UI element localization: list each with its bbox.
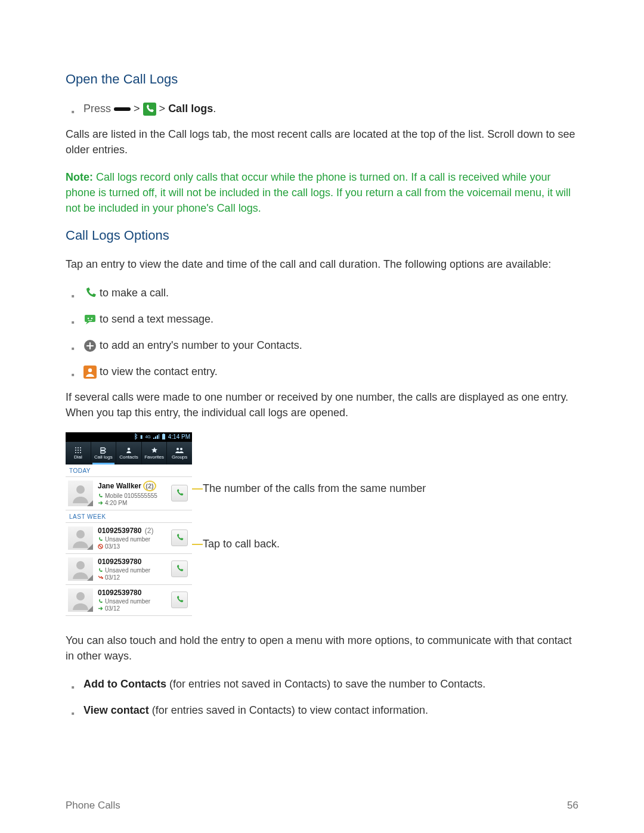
svg-rect-0 [114, 107, 131, 111]
entry-info: 01092539780 (2) Unsaved number 03/13 [93, 523, 171, 553]
tab-contacts-label: Contacts [119, 454, 138, 460]
note-paragraph: Note: Call logs record only calls that o… [66, 169, 578, 216]
section-lastweek: LAST WEEK [66, 510, 192, 523]
callout-callback-text: Tap to call back. [203, 538, 280, 550]
log-entry[interactable]: 01092539780 Unsaved number 03/12 [66, 585, 192, 616]
tab-favorites[interactable]: Favorites [142, 442, 168, 465]
callout-count-text: The number of the calls from the same nu… [203, 482, 426, 494]
home-key-icon [114, 106, 131, 112]
arrow-right-icon [98, 606, 103, 611]
call-back-cell [171, 482, 188, 505]
phone-handset-icon [175, 533, 184, 543]
call-back-button[interactable] [171, 485, 188, 501]
note-body: Call logs record only calls that occur w… [66, 171, 571, 214]
log-entry[interactable]: Jane Wallker (2) Mobile 0105555555 4:20 … [66, 477, 192, 510]
contacts-icon [125, 446, 132, 454]
svg-point-12 [80, 447, 81, 448]
entry-time: 03/12 [105, 605, 120, 612]
option-add-to-contacts-rest: (for entries not saved in Contacts) to s… [166, 678, 485, 690]
touch-hold-options-list: Add to Contacts (for entries not saved i… [66, 676, 578, 719]
svg-point-4 [91, 318, 92, 319]
option-view-contact: to view the contact entry. [66, 363, 578, 380]
option-view-contact-rest: (for entries saved in Contacts) to view … [149, 704, 428, 716]
entry-sub: Mobile 0105555555 [105, 493, 157, 499]
tab-call-logs[interactable]: Call logs [91, 442, 117, 465]
option-view-contact-text: to view the contact entry. [100, 366, 218, 377]
svg-point-3 [88, 318, 89, 319]
entry-info: 01092539780 Unsaved number 03/12 [93, 585, 171, 615]
call-logs-label: Call logs [168, 103, 213, 114]
call-back-button[interactable] [171, 561, 188, 577]
log-entry[interactable]: 01092539780 Unsaved number 03/12 [66, 554, 192, 585]
svg-point-15 [80, 450, 81, 451]
groups-icon [175, 446, 184, 454]
call-logs-icon [100, 446, 107, 454]
svg-point-13 [75, 450, 76, 451]
svg-point-7 [88, 368, 92, 372]
wifi-icon: ▮ [140, 434, 143, 439]
section-title-call-logs-options: Call Logs Options [66, 228, 578, 243]
add-contact-icon [83, 339, 97, 352]
tab-contacts[interactable]: Contacts [116, 442, 142, 465]
svg-point-16 [75, 452, 76, 453]
option-send-text: to send a text message. [66, 311, 578, 327]
tab-dial-label: Dial [74, 454, 82, 460]
option-view-contact-line: View contact (for entries saved in Conta… [66, 702, 578, 719]
rejected-icon [98, 544, 103, 549]
message-icon [83, 313, 97, 326]
entry-time: 03/13 [105, 543, 120, 550]
outgoing-call-icon [98, 537, 103, 542]
entry-name: Jane Wallker [98, 482, 141, 490]
section-title-open-call-logs: Open the Call Logs [66, 72, 578, 87]
phone-handset-icon [175, 595, 184, 605]
phone-handset-icon [83, 287, 97, 300]
call-back-cell [171, 590, 188, 611]
option-send-text-text: to send a text message. [100, 313, 213, 325]
tab-dial[interactable]: Dial [66, 442, 91, 465]
arrow-right-icon [98, 500, 103, 506]
touch-hold-paragraph: You can also touch and hold the entry to… [66, 633, 578, 664]
phone-handset-icon [175, 564, 184, 574]
callout-column: The number of the calls from the same nu… [192, 432, 578, 550]
entry-sub: Unsaved number [105, 598, 150, 605]
view-contact-icon [83, 366, 97, 379]
outgoing-call-icon [98, 493, 103, 498]
several-calls-paragraph: If several calls were made to one number… [66, 389, 578, 420]
svg-rect-8 [162, 434, 165, 439]
phone-app-icon [143, 103, 156, 116]
svg-point-21 [180, 448, 182, 450]
callout-connector-icon [192, 488, 203, 490]
section-today: TODAY [66, 465, 192, 477]
entry-name: 01092539780 [98, 558, 141, 566]
avatar [68, 527, 93, 550]
callout-connector-icon [192, 544, 203, 545]
svg-rect-9 [163, 433, 164, 434]
entry-sub: Unsaved number [105, 536, 150, 543]
option-add-to-contacts: Add to Contacts (for entries not saved i… [66, 676, 578, 692]
tab-groups[interactable]: Groups [167, 442, 192, 465]
press-instruction-list: Press > > Call logs. [66, 100, 578, 117]
log-entry[interactable]: 01092539780 (2) Unsaved number 03/13 [66, 523, 192, 554]
call-back-button[interactable] [171, 592, 188, 608]
svg-point-17 [78, 452, 79, 453]
call-back-button[interactable] [171, 529, 188, 546]
tab-call-logs-label: Call logs [94, 454, 113, 460]
svg-point-26 [76, 592, 85, 600]
phone-tabs: Dial Call logs Contacts [66, 442, 192, 465]
avatar [68, 589, 93, 612]
calls-listed-paragraph: Calls are listed in the Call logs tab, t… [66, 126, 578, 157]
phone-handset-icon [175, 488, 184, 498]
call-count-badge: (2) [143, 481, 156, 491]
svg-point-22 [76, 485, 85, 494]
option-add-to-contacts-label: Add to Contacts [83, 678, 166, 690]
svg-point-25 [76, 561, 85, 569]
svg-point-14 [78, 450, 79, 451]
svg-point-23 [76, 530, 85, 538]
options-list: to make a call. to send a text message. … [66, 284, 578, 380]
option-make-call: to make a call. [66, 284, 578, 301]
call-back-cell [171, 528, 188, 549]
avatar [68, 481, 93, 506]
option-view-contact-label: View contact [83, 704, 149, 716]
note-prefix: Note: [66, 171, 93, 183]
page-footer: Phone Calls 56 [66, 800, 578, 812]
